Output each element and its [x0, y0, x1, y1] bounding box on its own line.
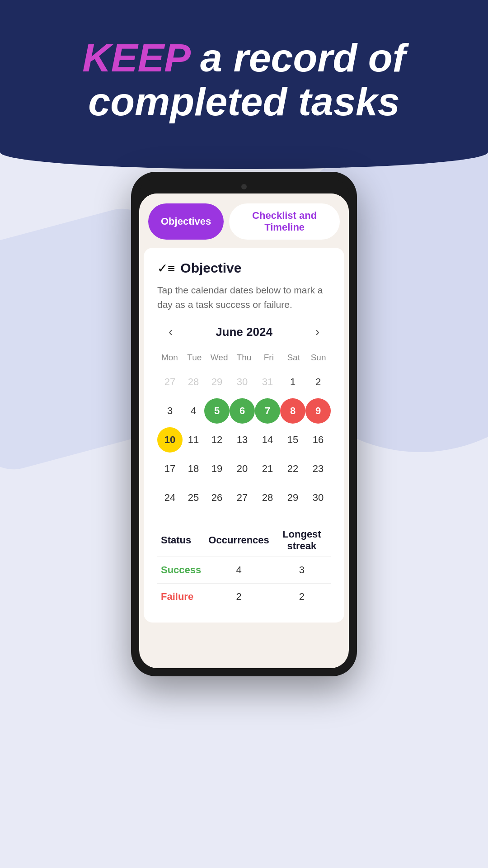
cal-day-16[interactable]: 16: [313, 427, 324, 453]
cal-day-10-today[interactable]: 10: [157, 427, 183, 453]
cal-day-wrapper: 4: [183, 398, 204, 424]
cal-day-wrapper: 21: [255, 456, 280, 481]
weekday-fri: Fri: [256, 350, 281, 365]
cal-day-wrapper: 3: [157, 398, 183, 424]
calendar-prev-button[interactable]: ‹: [162, 322, 179, 341]
header-title: KEEP a record of completed tasks: [27, 36, 461, 124]
col-status: Status: [157, 524, 205, 557]
cal-day-wrapper: 31: [255, 369, 280, 395]
cal-day-6-success[interactable]: 6: [230, 398, 255, 424]
cal-day-8-failure[interactable]: 8: [280, 398, 305, 424]
status-success-label: Success: [157, 557, 205, 584]
cal-day-wrapper: 29: [280, 485, 305, 510]
section-description: Tap the calendar dates below to mark a d…: [157, 283, 331, 311]
cal-day-wrapper: 10: [157, 427, 183, 453]
cal-day-29[interactable]: 29: [287, 485, 298, 510]
cal-day-wrapper: 18: [183, 456, 204, 481]
cal-day-wrapper: 9: [305, 398, 331, 424]
weekday-sun: Sun: [306, 350, 331, 365]
phone-mockup: Objectives Checklist and Timeline ✓≡ Obj…: [131, 172, 357, 676]
cal-day-28-prev[interactable]: 28: [188, 369, 199, 395]
cal-day-wrapper: 24: [157, 485, 183, 510]
stats-table: Status Occurrences Longest streak Succes…: [157, 524, 331, 610]
stats-row-success: Success 4 3: [157, 557, 331, 584]
cal-day-27-prev[interactable]: 27: [164, 369, 175, 395]
section-header: ✓≡ Objective: [157, 260, 331, 276]
cal-day-wrapper: 28: [183, 369, 204, 395]
cal-day-wrapper: 5: [204, 398, 230, 424]
cal-day-30-prev[interactable]: 30: [237, 369, 248, 395]
cal-day-14[interactable]: 14: [262, 427, 273, 453]
cal-day-18[interactable]: 18: [188, 456, 199, 481]
cal-day-wrapper: 6: [230, 398, 255, 424]
cal-day-28[interactable]: 28: [262, 485, 273, 510]
tab-checklist[interactable]: Checklist and Timeline: [229, 203, 340, 240]
tab-objectives[interactable]: Objectives: [148, 203, 224, 240]
calendar-next-button[interactable]: ›: [309, 322, 326, 341]
cal-day-wrapper: 30: [230, 369, 255, 395]
cal-day-21[interactable]: 21: [262, 456, 273, 481]
cal-day-9-failure[interactable]: 9: [305, 398, 331, 424]
cal-day-wrapper: 16: [305, 427, 331, 453]
cal-day-wrapper: 22: [280, 456, 305, 481]
cal-day-19[interactable]: 19: [211, 456, 222, 481]
cal-day-12[interactable]: 12: [211, 427, 222, 453]
calendar-weekdays: Mon Tue Wed Thu Fri Sat Sun: [157, 350, 331, 365]
phone-notch: [139, 180, 349, 193]
weekday-mon: Mon: [157, 350, 182, 365]
header-section: KEEP a record of completed tasks: [0, 0, 488, 169]
cal-day-wrapper: 26: [204, 485, 230, 510]
cal-day-1[interactable]: 1: [290, 369, 296, 395]
cal-day-26[interactable]: 26: [211, 485, 222, 510]
cal-day-29-prev[interactable]: 29: [211, 369, 222, 395]
cal-day-17[interactable]: 17: [164, 456, 175, 481]
cal-day-wrapper: 14: [255, 427, 280, 453]
cal-day-wrapper: 8: [280, 398, 305, 424]
weekday-sat: Sat: [281, 350, 306, 365]
cal-day-wrapper: 25: [183, 485, 204, 510]
weekday-thu: Thu: [232, 350, 257, 365]
cal-day-wrapper: 29: [204, 369, 230, 395]
cal-day-wrapper: 11: [183, 427, 204, 453]
calendar-header: ‹ June 2024 ›: [157, 322, 331, 341]
status-failure-label: Failure: [157, 584, 205, 610]
cal-day-wrapper: 12: [204, 427, 230, 453]
cal-day-wrapper: 7: [255, 398, 280, 424]
keep-word: KEEP: [82, 35, 189, 80]
cal-day-15[interactable]: 15: [287, 427, 298, 453]
content-area: ✓≡ Objective Tap the calendar dates belo…: [144, 248, 344, 623]
cal-day-24[interactable]: 24: [164, 485, 175, 510]
cal-day-wrapper: 27: [230, 485, 255, 510]
cal-day-7-success[interactable]: 7: [255, 398, 280, 424]
cal-day-20[interactable]: 20: [237, 456, 248, 481]
success-occurrences: 4: [205, 557, 273, 584]
cal-day-wrapper: 20: [230, 456, 255, 481]
cal-day-wrapper: 17: [157, 456, 183, 481]
cal-day-25[interactable]: 25: [188, 485, 199, 510]
cal-day-27[interactable]: 27: [237, 485, 248, 510]
cal-day-wrapper: 28: [255, 485, 280, 510]
cal-day-22[interactable]: 22: [287, 456, 298, 481]
cal-day-30[interactable]: 30: [313, 485, 324, 510]
cal-day-wrapper: 19: [204, 456, 230, 481]
cal-day-wrapper: 15: [280, 427, 305, 453]
failure-occurrences: 2: [205, 584, 273, 610]
phone-screen: Objectives Checklist and Timeline ✓≡ Obj…: [139, 193, 349, 668]
phone-camera: [241, 184, 247, 189]
cal-day-wrapper: 23: [305, 456, 331, 481]
cal-day-2[interactable]: 2: [315, 369, 321, 395]
cal-day-5-success[interactable]: 5: [204, 398, 230, 424]
cal-day-31-prev[interactable]: 31: [262, 369, 273, 395]
cal-day-3[interactable]: 3: [167, 398, 173, 424]
weekday-tue: Tue: [182, 350, 207, 365]
cal-day-23[interactable]: 23: [313, 456, 324, 481]
weekday-wed: Wed: [207, 350, 232, 365]
cal-day-wrapper: 27: [157, 369, 183, 395]
stats-row-failure: Failure 2 2: [157, 584, 331, 610]
cal-day-4[interactable]: 4: [191, 398, 196, 424]
section-title: Objective: [180, 260, 241, 276]
col-occurrences: Occurrences: [205, 524, 273, 557]
failure-streak: 2: [273, 584, 331, 610]
cal-day-13[interactable]: 13: [237, 427, 248, 453]
cal-day-11[interactable]: 11: [188, 427, 199, 453]
